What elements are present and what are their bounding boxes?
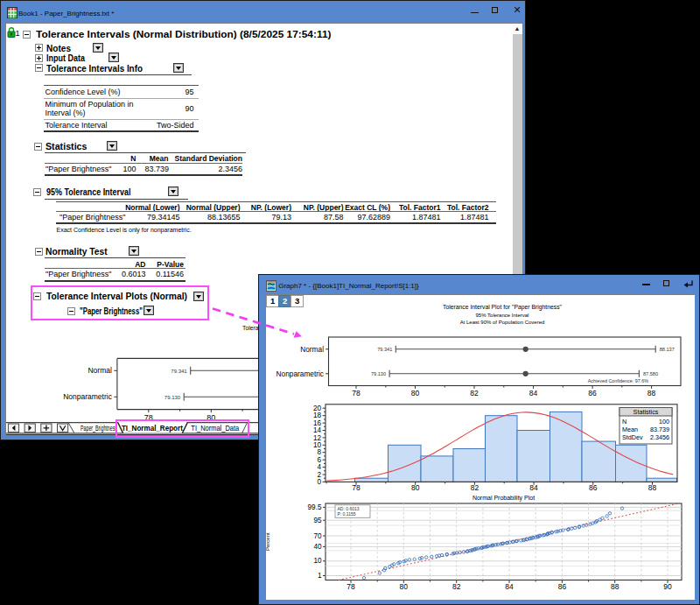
svg-text:Nonparametric: Nonparametric	[276, 369, 323, 378]
svg-text:16: 16	[312, 419, 321, 427]
svg-text:95% Tolerance Interval: 95% Tolerance Interval	[475, 313, 528, 318]
svg-text:2.3456: 2.3456	[650, 433, 669, 441]
svg-text:80: 80	[399, 582, 408, 591]
svg-text:78: 78	[346, 582, 355, 591]
svg-text:At Least 90% of Population Cov: At Least 90% of Population Covered	[459, 320, 544, 325]
svg-text:86: 86	[557, 582, 566, 591]
svg-text:100: 100	[659, 418, 669, 426]
svg-text:Tolerance Interval Plot for "P: Tolerance Interval Plot for "Paper Brigh…	[443, 304, 563, 311]
svg-text:StdDev: StdDev	[622, 433, 643, 441]
svg-text:86: 86	[588, 389, 597, 397]
svg-text:90: 90	[663, 582, 672, 591]
svg-text:12: 12	[312, 434, 321, 442]
svg-text:Mean: Mean	[622, 426, 638, 433]
svg-text:10: 10	[313, 557, 322, 565]
svg-text:82: 82	[452, 582, 460, 591]
svg-text:83.739: 83.739	[650, 426, 669, 433]
svg-text:99.5: 99.5	[307, 503, 321, 511]
svg-text:82: 82	[470, 389, 479, 397]
svg-text:84: 84	[505, 582, 514, 591]
svg-text:Achieved Confidence: 97.6%: Achieved Confidence: 97.6%	[587, 378, 648, 383]
svg-text:Normal Probability Plot: Normal Probability Plot	[472, 495, 534, 502]
svg-text:AD: 0.6013: AD: 0.6013	[337, 506, 359, 511]
svg-text:86: 86	[589, 483, 598, 492]
svg-text:80: 80	[410, 483, 419, 492]
svg-text:20: 20	[312, 405, 321, 412]
svg-text:Statistics: Statistics	[633, 408, 658, 416]
svg-text:14: 14	[312, 426, 321, 434]
svg-text:84: 84	[529, 483, 538, 492]
svg-text:Normal: Normal	[88, 366, 112, 375]
svg-text:Nonparametric: Nonparametric	[63, 392, 112, 401]
svg-text:88: 88	[610, 582, 619, 591]
svg-text:4: 4	[317, 463, 321, 471]
svg-text:18: 18	[312, 412, 321, 419]
svg-text:6: 6	[317, 456, 321, 464]
svg-text:88: 88	[647, 389, 655, 397]
svg-text:79.341: 79.341	[171, 369, 187, 374]
svg-text:Normal: Normal	[300, 345, 324, 354]
svg-text:88: 88	[648, 483, 656, 492]
svg-text:2: 2	[317, 471, 321, 479]
svg-text:95: 95	[313, 517, 322, 524]
svg-text:78: 78	[352, 483, 360, 492]
svg-text:1: 1	[317, 572, 321, 580]
svg-text:8: 8	[317, 448, 321, 456]
svg-text:N: N	[622, 418, 626, 426]
svg-text:87.580: 87.580	[642, 371, 657, 376]
svg-text:70: 70	[313, 532, 322, 540]
svg-text:79.341: 79.341	[377, 347, 392, 352]
svg-text:84: 84	[528, 389, 537, 397]
svg-text:10: 10	[312, 441, 321, 449]
svg-text:Paper_Brightness: Paper_Brightness	[80, 424, 117, 433]
svg-text:78: 78	[352, 389, 360, 397]
svg-text:82: 82	[470, 483, 479, 492]
svg-text:80: 80	[410, 389, 419, 397]
svg-text:P: 0.1155: P: 0.1155	[337, 511, 355, 517]
svg-text:0: 0	[317, 478, 321, 486]
svg-text:79.130: 79.130	[164, 395, 180, 400]
svg-text:Percent: Percent	[266, 532, 271, 551]
svg-text:79.130: 79.130	[370, 371, 385, 376]
svg-text:40: 40	[313, 543, 322, 551]
svg-text:88.137: 88.137	[659, 347, 674, 352]
